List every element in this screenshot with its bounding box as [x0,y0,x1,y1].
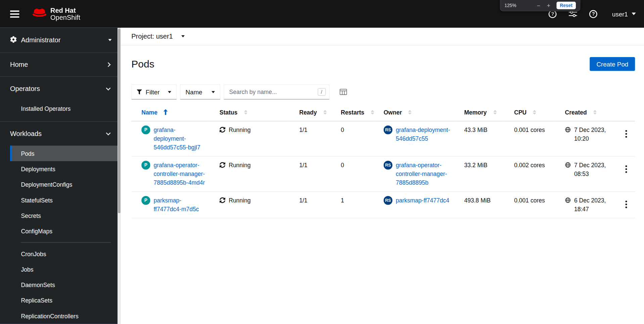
sidebar-scrollbar[interactable] [118,28,121,324]
created-value: 6 Dec 2023, 18:47 [574,196,607,214]
sidebar-item-home[interactable]: Home [0,53,121,77]
sidebar-section-workloads: Workloads Pods Deployments DeploymentCon… [0,122,121,324]
search-box: / [224,84,329,99]
column-header-restarts[interactable]: Restarts [331,104,374,121]
sidebar-nav: Administrator Home Operators Installed O… [0,28,121,324]
zoom-out-button[interactable]: − [535,3,543,9]
sidebar-item-workloads[interactable]: Workloads [0,122,121,146]
chevron-down-icon [108,39,112,41]
column-header-created[interactable]: Created [555,104,611,121]
replicaset-badge: RS [384,126,393,134]
kebab-menu-button[interactable] [622,164,631,175]
sidebar-item-label: Installed Operators [21,105,71,112]
sort-icon [370,109,375,116]
table-row: P grafana-operator-controller-manager-78… [131,156,635,192]
search-attribute-dropdown[interactable]: Name [180,84,220,99]
sidebar-section-operators: Operators Installed Operators [0,77,121,122]
column-management-button[interactable] [339,89,347,95]
table-header-row: Name Status Ready Restarts [131,104,635,121]
pod-name-link[interactable]: grafana-operator-controller-manager-7885… [154,161,206,187]
sidebar-item-label: Jobs [21,266,34,273]
sort-icon [408,109,412,116]
scrollbar-thumb[interactable] [118,29,121,213]
status-text: Running [229,161,250,170]
sidebar-item-daemonsets[interactable]: DaemonSets [10,277,121,292]
create-pod-button[interactable]: Create Pod [590,57,635,71]
owner-link[interactable]: parksmap-ff7477dc4 [396,196,449,205]
sliders-icon[interactable] [569,10,577,17]
chevron-down-icon [106,131,110,135]
pod-badge: P [141,126,150,134]
filter-dropdown[interactable]: Filter [131,84,177,99]
chevron-down-icon [168,91,171,93]
owner-link[interactable]: grafana-deployment-546dd57c55 [396,126,451,143]
browser-zoom-popup: 125% − + Reset [500,0,581,11]
brand-line1: Red Hat [50,7,80,14]
column-header-owner[interactable]: Owner [374,104,454,121]
masthead: Red Hat OpenShift ? ? user1 125% [0,0,644,28]
zoom-level: 125% [505,3,516,8]
sidebar-item-deployments[interactable]: Deployments [10,161,121,177]
column-header-ready[interactable]: Ready [289,104,331,121]
help-icon[interactable]: ? [590,10,598,18]
nav-divider [21,242,111,242]
column-label: CPU [514,109,526,116]
replicaset-badge: RS [384,196,393,205]
kebab-menu-button[interactable] [622,129,631,140]
replicaset-badge: RS [384,161,393,170]
column-header-name[interactable]: Name [131,104,210,121]
sidebar-item-jobs[interactable]: Jobs [10,262,121,277]
filter-dropdown-label: Filter [146,88,160,95]
sidebar-item-configmaps[interactable]: ConfigMaps [10,223,121,239]
sidebar-item-label: ConfigMaps [21,228,52,234]
sidebar-item-installed-operators[interactable]: Installed Operators [10,101,121,116]
perspective-switcher[interactable]: Administrator [0,28,121,53]
cpu-value: 0.001 cores [514,197,545,203]
sidebar-item-label: ReplicaSets [21,297,52,304]
filter-icon [137,88,142,95]
project-selector[interactable]: Project: user1 [131,33,184,40]
chevron-down-icon [212,91,215,93]
application-window: Red Hat OpenShift ? ? user1 125% [0,0,644,324]
sort-ascending-icon [163,109,168,116]
sidebar-item-replicasets[interactable]: ReplicaSets [10,292,121,308]
nav-toggle-button[interactable] [10,9,20,19]
sidebar-item-cronjobs[interactable]: CronJobs [10,246,121,262]
chevron-down-icon [106,86,110,90]
pod-name-link[interactable]: parksmap-ff7477dc4-m7d5c [154,196,206,214]
column-label: Ready [299,109,317,116]
sidebar-item-label: CronJobs [21,250,46,257]
search-shortcut-hint: / [318,88,326,96]
sidebar-item-replicationcontrollers[interactable]: ReplicationControllers [10,308,121,324]
restarts-value: 0 [341,161,344,168]
sidebar-item-label: Pods [21,150,35,157]
chevron-down-icon [632,13,636,15]
column-label: Name [141,109,157,116]
sidebar-item-pods[interactable]: Pods [10,146,121,161]
page-header: Pods Create Pod [131,57,635,71]
created-value: 7 Dec 2023, 10:20 [574,126,607,143]
sidebar-item-operators[interactable]: Operators [0,77,121,101]
owner-link[interactable]: grafana-operator-controller-manager-7885… [396,161,451,187]
column-label: Restarts [341,109,364,116]
sidebar-item-secrets[interactable]: Secrets [10,208,121,223]
kebab-menu-button[interactable] [622,199,631,210]
user-menu[interactable]: user1 [612,10,636,17]
search-input[interactable] [229,89,318,95]
sidebar-item-statefulsets[interactable]: StatefulSets [10,192,121,208]
ready-value: 1/1 [299,197,307,203]
column-header-cpu[interactable]: CPU [504,104,555,121]
brand-logo[interactable]: Red Hat OpenShift [32,7,80,21]
pod-badge: P [141,161,150,170]
column-header-actions [611,104,635,121]
sidebar-item-deploymentconfigs[interactable]: DeploymentConfigs [10,177,121,192]
gear-icon [10,36,17,44]
globe-icon [565,161,571,171]
sort-icon [243,109,248,116]
column-header-status[interactable]: Status [210,104,289,121]
zoom-reset-button[interactable]: Reset [557,2,576,9]
zoom-in-button[interactable]: + [545,3,553,9]
pod-name-link[interactable]: grafana-deployment-546dd57c55-bgjl7 [154,126,206,152]
chevron-right-icon [106,62,110,67]
column-header-memory[interactable]: Memory [454,104,504,121]
